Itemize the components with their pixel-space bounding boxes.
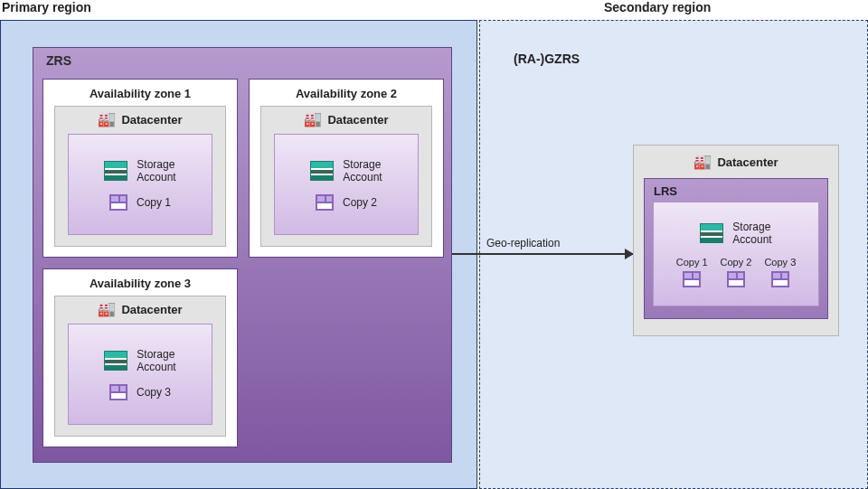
copy-1-col: Copy 1 — [676, 257, 708, 287]
storage-card-1: StorageAccount Copy 1 — [68, 134, 212, 235]
copy-icon — [727, 271, 745, 287]
primary-region-label: Primary region — [2, 0, 91, 14]
copy-icon — [683, 271, 701, 287]
copy-2-col: Copy 2 — [721, 257, 752, 287]
copy-label: Copy 2 — [721, 257, 752, 268]
storage-card-2: StorageAccount Copy 2 — [274, 134, 419, 235]
storage-label: StorageAccount — [137, 158, 175, 183]
copy-label: Copy 3 — [137, 386, 171, 399]
datacenter-icon: 🏭 — [98, 112, 116, 127]
copy-icon — [109, 194, 127, 211]
availability-zone-1: Availability zone 1 🏭 Datacenter Storage… — [42, 79, 238, 258]
copy-label: Copy 1 — [676, 257, 708, 268]
datacenter-box-2: 🏭 Datacenter StorageAccount Copy 2 — [260, 106, 432, 247]
storage-icon — [700, 223, 723, 243]
copy-3-col: Copy 3 — [764, 257, 796, 287]
copy-icon — [109, 384, 127, 400]
copy-label: Copy 3 — [764, 257, 796, 268]
copy-icon — [316, 194, 334, 211]
storage-icon — [104, 351, 127, 371]
datacenter-icon: 🏭 — [693, 155, 712, 169]
secondary-region-label: Secondary region — [604, 0, 711, 14]
az-2-title: Availability zone 2 — [250, 87, 443, 100]
datacenter-box-3: 🏭 Datacenter StorageAccount Copy 3 — [54, 296, 226, 437]
geo-replication-label: Geo-replication — [486, 237, 560, 249]
lrs-box: LRS StorageAccount Copy 1 Copy 2 — [644, 178, 828, 319]
az-3-title: Availability zone 3 — [43, 277, 237, 290]
copy-label: Copy 2 — [343, 196, 377, 209]
lrs-title: LRS — [645, 179, 827, 202]
datacenter-label: Datacenter — [121, 303, 182, 316]
ra-gzrs-label: (RA-)GZRS — [514, 52, 580, 66]
datacenter-icon: 🏭 — [304, 112, 322, 127]
datacenter-label: Datacenter — [327, 113, 388, 127]
diagram-canvas: Primary region Secondary region (RA-)GZR… — [0, 0, 868, 489]
storage-icon — [104, 161, 127, 181]
zrs-box: ZRS Availability zone 1 🏭 Datacenter Sto… — [33, 47, 452, 463]
datacenter-box-1: 🏭 Datacenter StorageAccount Copy 1 — [54, 106, 226, 247]
storage-label: StorageAccount — [343, 158, 382, 183]
copy-icon — [771, 271, 789, 287]
datacenter-label: Datacenter — [121, 113, 182, 127]
storage-label: StorageAccount — [137, 348, 175, 373]
geo-replication-arrow — [452, 253, 633, 255]
storage-icon — [310, 161, 334, 181]
availability-zone-3: Availability zone 3 🏭 Datacenter Storage… — [42, 268, 238, 447]
storage-label: StorageAccount — [732, 221, 771, 246]
availability-zone-2: Availability zone 2 🏭 Datacenter Storage… — [249, 79, 444, 258]
secondary-datacenter: 🏭 Datacenter LRS StorageAccount Copy 1 C… — [633, 145, 839, 336]
copy-label: Copy 1 — [137, 196, 171, 209]
zrs-title: ZRS — [46, 53, 71, 68]
lrs-inner: StorageAccount Copy 1 Copy 2 Copy 3 — [653, 202, 819, 306]
copies-row: Copy 1 Copy 2 Copy 3 — [676, 257, 797, 287]
az-1-title: Availability zone 1 — [43, 87, 237, 100]
datacenter-icon: 🏭 — [98, 302, 116, 316]
datacenter-label: Datacenter — [717, 155, 778, 169]
storage-card-3: StorageAccount Copy 3 — [68, 324, 212, 425]
